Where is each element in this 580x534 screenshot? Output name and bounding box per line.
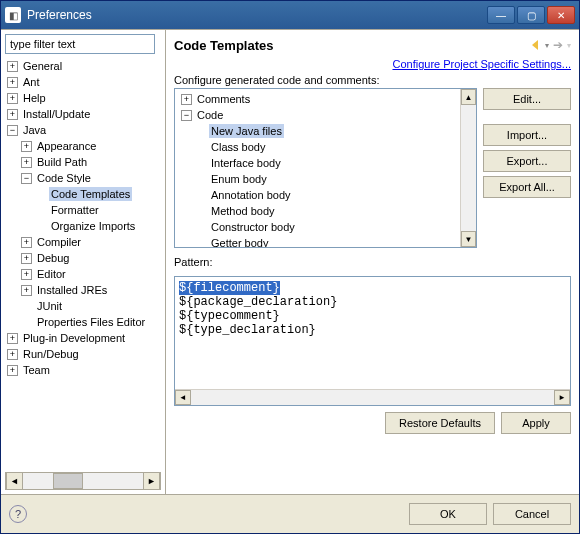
expand-icon[interactable]: +	[181, 94, 192, 105]
tree-label: Formatter	[49, 203, 101, 217]
tree-item[interactable]: +Editor	[5, 266, 161, 282]
tree-label: Annotation body	[209, 188, 293, 202]
page-title: Code Templates	[174, 38, 527, 53]
tree-item[interactable]: +Install/Update	[5, 106, 161, 122]
maximize-button[interactable]: ▢	[517, 6, 545, 24]
configure-label: Configure generated code and comments:	[174, 74, 571, 86]
edit-button[interactable]: Edit...	[483, 88, 571, 110]
horizontal-scrollbar[interactable]: ◄ ►	[5, 472, 161, 490]
pattern-textarea[interactable]: ${filecomment} ${package_declaration} ${…	[174, 276, 571, 406]
help-icon[interactable]: ?	[9, 505, 27, 523]
tree-item[interactable]: Class body	[177, 139, 458, 155]
tree-item[interactable]: New Java files	[177, 123, 458, 139]
tree-item[interactable]: +Ant	[5, 74, 161, 90]
tree-item[interactable]: +Appearance	[5, 138, 161, 154]
tree-item[interactable]: −Code Style	[5, 170, 161, 186]
tree-item[interactable]: +General	[5, 58, 161, 74]
tree-item[interactable]: Enum body	[177, 171, 458, 187]
tree-label: Ant	[21, 75, 42, 89]
expand-icon[interactable]: +	[7, 109, 18, 120]
tree-label: Class body	[209, 140, 267, 154]
restore-defaults-button[interactable]: Restore Defaults	[385, 412, 495, 434]
tree-label: Constructor body	[209, 220, 297, 234]
tree-label: New Java files	[209, 124, 284, 138]
tree-item[interactable]: Annotation body	[177, 187, 458, 203]
pattern-h-scrollbar[interactable]: ◄ ►	[175, 389, 570, 405]
tree-label: Help	[21, 91, 48, 105]
scroll-left-icon[interactable]: ◄	[6, 473, 23, 489]
scroll-right-icon[interactable]: ►	[554, 390, 570, 405]
tree-label: Code Style	[35, 171, 93, 185]
tree-label: Method body	[209, 204, 277, 218]
expand-icon[interactable]: +	[7, 77, 18, 88]
tree-item[interactable]: +Help	[5, 90, 161, 106]
tree-item[interactable]: Method body	[177, 203, 458, 219]
tree-item[interactable]: +Build Path	[5, 154, 161, 170]
import-button[interactable]: Import...	[483, 124, 571, 146]
expand-icon[interactable]: +	[7, 333, 18, 344]
bottom-bar: ? OK Cancel	[1, 494, 579, 533]
tree-item[interactable]: +Compiler	[5, 234, 161, 250]
forward-button[interactable]: ➔	[549, 36, 567, 54]
scroll-up-icon[interactable]: ▲	[461, 89, 476, 105]
expand-icon[interactable]: +	[7, 365, 18, 376]
tree-label: Run/Debug	[21, 347, 81, 361]
tree-item[interactable]: Organize Imports	[5, 218, 161, 234]
tree-label: Enum body	[209, 172, 269, 186]
tree-item[interactable]: +Debug	[5, 250, 161, 266]
tree-label: Compiler	[35, 235, 83, 249]
tree-label: Organize Imports	[49, 219, 137, 233]
tree-item[interactable]: Getter body	[177, 235, 458, 248]
tree-label: Code	[195, 108, 225, 122]
expand-icon[interactable]: +	[21, 157, 32, 168]
scroll-thumb[interactable]	[53, 473, 83, 489]
tree-label: Comments	[195, 92, 252, 106]
tree-item[interactable]: −Java	[5, 122, 161, 138]
tree-item[interactable]: +Comments	[177, 91, 458, 107]
templates-tree[interactable]: +Comments−CodeNew Java filesClass bodyIn…	[174, 88, 477, 248]
tree-item[interactable]: +Team	[5, 362, 161, 378]
pattern-line-1: ${filecomment}	[179, 281, 280, 295]
export-button[interactable]: Export...	[483, 150, 571, 172]
back-button[interactable]	[527, 36, 545, 54]
cancel-button[interactable]: Cancel	[493, 503, 571, 525]
close-button[interactable]: ✕	[547, 6, 575, 24]
preferences-tree[interactable]: +General+Ant+Help+Install/Update−Java+Ap…	[5, 58, 161, 468]
filter-input[interactable]	[5, 34, 155, 54]
tree-item[interactable]: Constructor body	[177, 219, 458, 235]
minimize-button[interactable]: —	[487, 6, 515, 24]
window-title: Preferences	[27, 8, 487, 22]
tree-item[interactable]: Interface body	[177, 155, 458, 171]
scroll-down-icon[interactable]: ▼	[461, 231, 476, 247]
tree-label: Debug	[35, 251, 71, 265]
expand-icon[interactable]: +	[21, 253, 32, 264]
scroll-right-icon[interactable]: ►	[143, 473, 160, 489]
tree-item[interactable]: Code Templates	[5, 186, 161, 202]
collapse-icon[interactable]: −	[21, 173, 32, 184]
scroll-left-icon[interactable]: ◄	[175, 390, 191, 405]
collapse-icon[interactable]: −	[181, 110, 192, 121]
expand-icon[interactable]: +	[7, 93, 18, 104]
tree-item[interactable]: Properties Files Editor	[5, 314, 161, 330]
expand-icon[interactable]: +	[21, 237, 32, 248]
expand-icon[interactable]: +	[21, 285, 32, 296]
tree-item[interactable]: JUnit	[5, 298, 161, 314]
vertical-scrollbar[interactable]: ▲ ▼	[460, 89, 476, 247]
expand-icon[interactable]: +	[7, 61, 18, 72]
tree-item[interactable]: +Plug-in Development	[5, 330, 161, 346]
tree-item[interactable]: −Code	[177, 107, 458, 123]
apply-button[interactable]: Apply	[501, 412, 571, 434]
expand-icon[interactable]: +	[21, 141, 32, 152]
tree-item[interactable]: +Installed JREs	[5, 282, 161, 298]
collapse-icon[interactable]: −	[7, 125, 18, 136]
pattern-line-2: ${package_declaration}	[179, 295, 566, 309]
export-all-button[interactable]: Export All...	[483, 176, 571, 198]
expand-icon[interactable]: +	[21, 269, 32, 280]
project-settings-link[interactable]: Configure Project Specific Settings...	[392, 58, 571, 70]
ok-button[interactable]: OK	[409, 503, 487, 525]
titlebar[interactable]: ◧ Preferences — ▢ ✕	[1, 1, 579, 29]
expand-icon[interactable]: +	[7, 349, 18, 360]
tree-item[interactable]: Formatter	[5, 202, 161, 218]
tree-label: Interface body	[209, 156, 283, 170]
tree-item[interactable]: +Run/Debug	[5, 346, 161, 362]
